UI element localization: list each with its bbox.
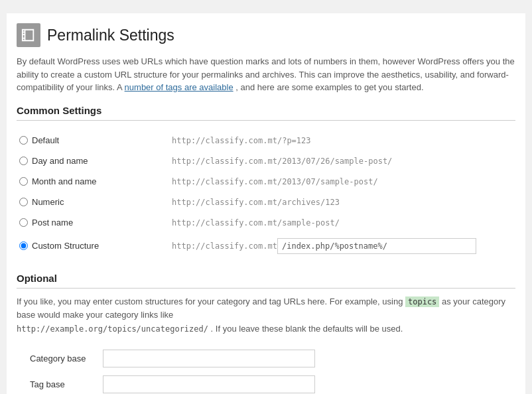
- table-row: Post name http://classify.com.mt/sample-…: [17, 212, 515, 233]
- category-base-row: Category base: [17, 346, 315, 371]
- tags-available-link[interactable]: number of tags are available: [125, 82, 233, 92]
- default-radio-label[interactable]: Default: [19, 135, 166, 145]
- optional-text-before: If you like, you may enter custom struct…: [17, 296, 403, 306]
- post-name-url: http://classify.com.mt/sample-post/: [172, 218, 340, 228]
- month-and-name-url: http://classify.com.mt/2013/07/sample-po…: [172, 177, 378, 186]
- custom-structure-label: Custom Structure: [32, 241, 99, 251]
- default-label: Default: [32, 135, 59, 145]
- optional-text-after: . If you leave these blank the defaults …: [211, 324, 403, 334]
- table-row: Custom Structure http://classify.com.mt: [17, 233, 515, 259]
- numeric-url: http://classify.com.mt/archives/123: [172, 198, 340, 207]
- month-and-name-radio-label[interactable]: Month and name: [19, 176, 166, 186]
- table-row: Default http://classify.com.mt/?p=123: [17, 130, 515, 151]
- custom-structure-radio-label[interactable]: Custom Structure: [19, 241, 166, 251]
- category-base-input[interactable]: [103, 350, 315, 367]
- custom-url-wrap: http://classify.com.mt: [172, 238, 513, 254]
- page-wrap: Permalink Settings By default WordPress …: [7, 13, 525, 394]
- intro-text-end: , and here are some examples to get you …: [235, 82, 423, 92]
- table-row: Month and name http://classify.com.mt/20…: [17, 171, 515, 192]
- table-row: Day and name http://classify.com.mt/2013…: [17, 151, 515, 171]
- topics-highlight: topics: [405, 296, 439, 307]
- post-name-label: Post name: [32, 218, 73, 228]
- permalink-icon: [17, 23, 40, 47]
- numeric-radio[interactable]: [19, 198, 28, 206]
- day-and-name-url: http://classify.com.mt/2013/07/26/sample…: [172, 157, 392, 166]
- optional-url-example: http://example.org/topics/uncategorized/: [17, 324, 208, 334]
- post-name-radio[interactable]: [19, 218, 28, 227]
- month-and-name-radio[interactable]: [19, 177, 28, 186]
- page-title-row: Permalink Settings: [17, 23, 515, 47]
- optional-description: If you like, you may enter custom struct…: [17, 295, 515, 336]
- numeric-label: Numeric: [32, 197, 64, 207]
- permalink-options-table: Default http://classify.com.mt/?p=123 Da…: [17, 130, 515, 259]
- post-name-radio-label[interactable]: Post name: [19, 218, 166, 228]
- custom-structure-radio[interactable]: [19, 241, 28, 250]
- table-row: Numeric http://classify.com.mt/archives/…: [17, 192, 515, 212]
- month-and-name-label: Month and name: [32, 176, 97, 186]
- common-settings-title: Common Settings: [17, 105, 515, 121]
- tag-base-input[interactable]: [103, 375, 315, 393]
- optional-section: Optional If you like, you may enter cust…: [17, 273, 515, 395]
- category-base-input-cell: [103, 346, 315, 371]
- base-fields: Category base Tag base: [17, 346, 315, 394]
- intro-paragraph: By default WordPress uses web URLs which…: [17, 55, 515, 94]
- numeric-radio-label[interactable]: Numeric: [19, 197, 166, 207]
- default-url: http://classify.com.mt/?p=123: [172, 136, 311, 145]
- day-and-name-radio-label[interactable]: Day and name: [19, 156, 166, 166]
- custom-url-prefix: http://classify.com.mt: [172, 241, 277, 251]
- tag-base-row: Tag base: [17, 371, 315, 394]
- optional-title: Optional: [17, 273, 515, 289]
- category-base-label: Category base: [17, 346, 103, 371]
- day-and-name-label: Day and name: [32, 156, 88, 166]
- tag-base-input-cell: [103, 371, 315, 394]
- tag-base-label: Tag base: [17, 371, 103, 394]
- page-title: Permalink Settings: [47, 27, 174, 44]
- custom-structure-input[interactable]: [277, 238, 476, 254]
- default-radio[interactable]: [19, 136, 28, 145]
- day-and-name-radio[interactable]: [19, 157, 28, 165]
